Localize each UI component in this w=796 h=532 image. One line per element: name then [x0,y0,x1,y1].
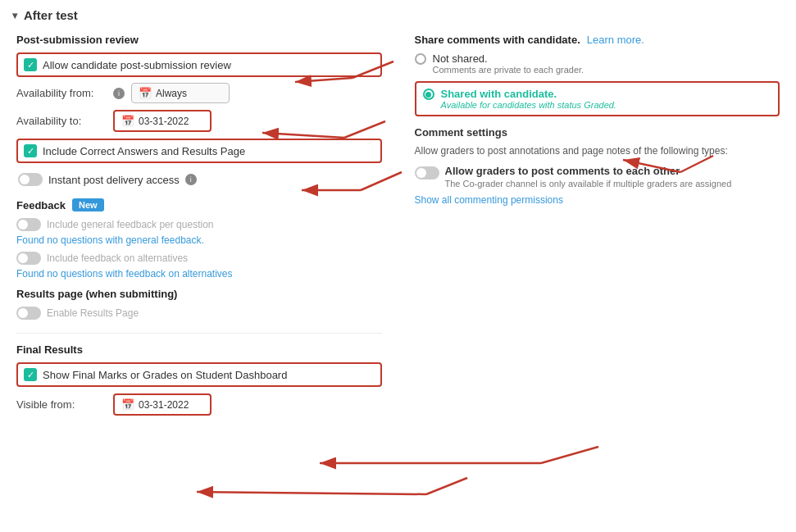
availability-from-input[interactable]: 📅 Always [131,83,230,103]
results-page-title: Results page (when submitting) [16,288,382,300]
general-feedback-label: Include general feedback per question [47,219,213,230]
new-badge: New [72,198,104,211]
not-shared-main: Not shared. [433,52,584,65]
instant-post-delivery-label: Instant post delivery access [48,174,180,186]
availability-to-label: Availability to: [16,115,107,127]
comment-settings-title: Comment settings [415,126,780,139]
shared-with-candidate-row[interactable]: Shared with candidate. Available for can… [415,81,780,116]
allow-grader-comments-sub: The Co-grader channel is only available … [445,179,732,189]
main-grid: Post-submission review ✓ Allow candidate… [12,34,784,416]
feedback-alternatives-toggle[interactable] [16,252,41,265]
share-comments-title: Share comments with candidate. [415,34,580,46]
availability-to-row: Availability to: 📅 03-31-2022 [16,110,382,132]
show-final-marks-row[interactable]: ✓ Show Final Marks or Grades on Student … [16,362,382,387]
share-comments-header: Share comments with candidate. Learn mor… [415,34,780,46]
check-icon: ✓ [27,60,34,70]
enable-results-row[interactable]: Enable Results Page [16,307,382,320]
feedback-alternatives-row[interactable]: Include feedback on alternatives [16,252,382,265]
check-icon2: ✓ [27,146,34,157]
availability-to-calendar-icon: 📅 [121,115,134,127]
instant-post-delivery-row[interactable]: Instant post delivery access i [16,169,382,190]
feedback-title: Feedback [16,199,66,211]
svg-line-12 [426,478,467,494]
feedback-row: Feedback New [16,198,382,211]
show-final-marks-checkbox[interactable]: ✓ [24,368,37,381]
availability-from-info-icon[interactable]: i [113,88,125,99]
section-title: After test [24,8,78,22]
include-correct-answers-checkbox[interactable]: ✓ [24,144,37,157]
availability-from-row: Availability from: i 📅 Always [16,83,382,103]
shared-candidate-inner: Shared with candidate. Available for can… [423,88,772,110]
shared-candidate-radio[interactable] [423,89,434,100]
not-shared-label-block: Not shared. Comments are private to each… [433,52,584,75]
shared-candidate-main: Shared with candidate. [441,88,616,100]
learn-more-link[interactable]: Learn more. [587,34,644,46]
instant-post-delivery-toggle[interactable] [18,173,43,186]
right-column: Share comments with candidate. Learn mor… [411,34,785,416]
allow-grader-comments-row[interactable]: Allow graders to post comments to each o… [415,165,780,189]
final-results-section: Final Results ✓ Show Final Marks or Grad… [16,333,382,416]
visible-from-input[interactable]: 📅 03-31-2022 [113,393,212,416]
allow-grader-comments-label-block: Allow graders to post comments to each o… [445,165,732,189]
allow-grader-comments-label: Allow graders to post comments to each o… [445,165,732,177]
no-general-feedback-text: Found no questions with general feedback… [16,234,382,246]
results-page-section: Results page (when submitting) Enable Re… [16,288,382,320]
visible-from-calendar-icon: 📅 [121,398,134,411]
shared-candidate-sub: Available for candidates with status Gra… [441,100,616,110]
not-shared-radio[interactable] [415,53,426,65]
availability-from-value: Always [156,88,187,99]
show-final-marks-label: Show Final Marks or Grades on Student Da… [43,369,287,381]
allow-post-submission-row[interactable]: ✓ Allow candidate post-submission review [16,52,382,77]
after-test-section: ▾ After test Post-submission review ✓ Al… [0,0,796,424]
availability-from-calendar-icon: 📅 [139,87,152,99]
enable-results-label: Enable Results Page [47,307,139,319]
instant-delivery-info-icon[interactable]: i [185,174,197,185]
allow-grader-comments-toggle[interactable] [415,166,439,180]
no-alternatives-text: Found no questions with feedback on alte… [16,268,382,280]
svg-line-10 [541,447,598,463]
general-feedback-row[interactable]: Include general feedback per question [16,218,382,231]
visible-from-label: Visible from: [16,398,107,411]
availability-to-input[interactable]: 📅 03-31-2022 [113,110,212,132]
include-correct-answers-row[interactable]: ✓ Include Correct Answers and Results Pa… [16,139,382,163]
feedback-alternatives-label: Include feedback on alternatives [47,252,188,264]
allow-post-submission-checkbox[interactable]: ✓ [24,58,37,71]
left-column: Post-submission review ✓ Allow candidate… [12,34,386,416]
availability-to-date: 03-31-2022 [139,116,189,127]
svg-line-11 [197,492,426,494]
visible-from-date: 03-31-2022 [139,399,189,411]
show-permissions-link[interactable]: Show all commenting permissions [415,194,563,206]
chevron-icon: ▾ [12,10,17,21]
include-correct-answers-label: Include Correct Answers and Results Page [43,145,245,157]
general-feedback-toggle[interactable] [16,218,41,231]
post-submission-title: Post-submission review [16,34,382,46]
comment-settings-desc: Allow graders to post annotations and pa… [415,143,780,158]
availability-from-label: Availability from: [16,87,107,99]
after-test-header[interactable]: ▾ After test [12,8,784,22]
visible-from-row: Visible from: 📅 03-31-2022 [16,393,382,416]
check-icon3: ✓ [27,370,34,380]
shared-candidate-label-block: Shared with candidate. Available for can… [441,88,616,110]
allow-post-submission-label: Allow candidate post-submission review [43,59,231,71]
not-shared-row[interactable]: Not shared. Comments are private to each… [415,52,780,75]
enable-results-toggle[interactable] [16,307,41,320]
final-results-title: Final Results [16,343,382,356]
not-shared-sub: Comments are private to each grader. [433,65,584,75]
